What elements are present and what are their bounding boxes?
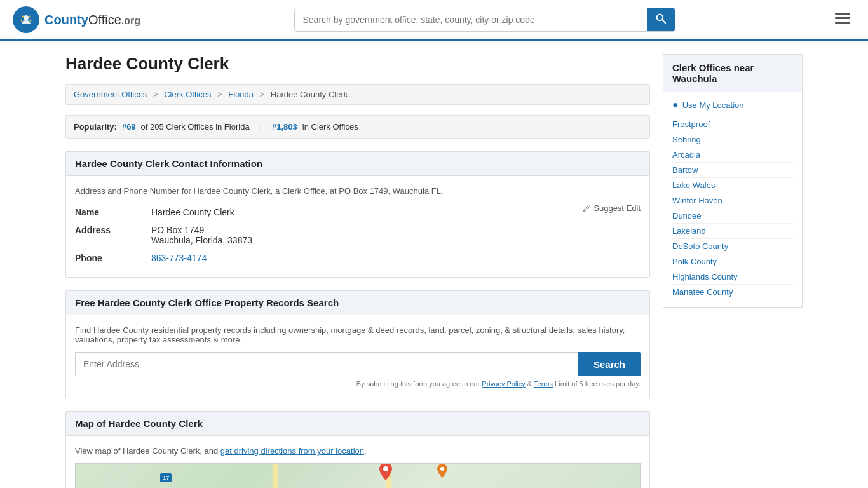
contact-section: Hardee County Clerk Contact Information … bbox=[65, 151, 650, 278]
directions-link[interactable]: get driving directions from your locatio… bbox=[220, 446, 364, 456]
contact-section-body: Address and Phone Number for Hardee Coun… bbox=[66, 176, 649, 277]
breadcrumb-sep-3: > bbox=[260, 90, 265, 99]
page-title: Hardee County Clerk bbox=[65, 54, 650, 74]
sidebar-link-polk-county[interactable]: Polk County bbox=[672, 254, 793, 269]
breadcrumb: Government Offices > Clerk Offices > Flo… bbox=[65, 84, 650, 105]
address-label: Address bbox=[75, 225, 151, 235]
form-disclaimer: By submitting this form you agree to our… bbox=[75, 380, 641, 388]
name-label: Name bbox=[75, 207, 151, 217]
sidebar-link-dundee[interactable]: Dundee bbox=[672, 208, 793, 224]
sidebar-link-sebring[interactable]: Sebring bbox=[672, 132, 793, 147]
privacy-policy-link[interactable]: Privacy Policy bbox=[482, 380, 525, 388]
address-row: Address PO Box 1749 Wauchula, Florida, 3… bbox=[75, 221, 641, 249]
sidebar-content: ● Use My Location Frostproof Sebring Arc… bbox=[663, 92, 803, 308]
breadcrumb-link-gov[interactable]: Government Offices bbox=[74, 90, 147, 99]
sidebar-link-bartow[interactable]: Bartow bbox=[672, 163, 793, 178]
contact-info-table: Name Hardee County Clerk Address PO Box … bbox=[75, 203, 641, 267]
logo-text: CountyOffice.org bbox=[44, 13, 140, 27]
map-description: View map of Hardee County Clerk, and get… bbox=[75, 446, 641, 456]
property-search-button[interactable]: Search bbox=[578, 352, 641, 376]
breadcrumb-sep-1: > bbox=[153, 90, 158, 99]
map-road-vertical bbox=[273, 464, 278, 488]
suggest-edit-link[interactable]: Suggest Edit bbox=[582, 203, 641, 213]
terms-link[interactable]: Terms bbox=[534, 380, 553, 388]
logo: CountyOffice.org bbox=[13, 6, 140, 33]
sidebar-link-winter-haven[interactable]: Winter Haven bbox=[672, 193, 793, 208]
logo-icon bbox=[13, 6, 39, 33]
svg-point-12 bbox=[383, 466, 388, 471]
global-search-bar[interactable] bbox=[294, 8, 675, 32]
phone-label: Phone bbox=[75, 253, 151, 263]
sidebar-link-desoto-county[interactable]: DeSoto County bbox=[672, 239, 793, 254]
svg-point-13 bbox=[440, 466, 444, 470]
property-description: Find Hardee County residential property … bbox=[75, 325, 641, 344]
content-area: Hardee County Clerk Government Offices >… bbox=[65, 54, 650, 488]
svg-line-7 bbox=[663, 20, 666, 23]
sidebar-link-highlands-county[interactable]: Highlands County bbox=[672, 269, 793, 285]
main-container: Hardee County Clerk Government Offices >… bbox=[53, 41, 815, 488]
svg-point-4 bbox=[21, 20, 23, 22]
sidebar-link-manatee-county[interactable]: Manatee County bbox=[672, 285, 793, 299]
property-section: Free Hardee County Clerk Office Property… bbox=[65, 290, 650, 398]
map-section-body: View map of Hardee County Clerk, and get… bbox=[66, 436, 649, 488]
breadcrumb-sep-2: > bbox=[217, 90, 222, 99]
breadcrumb-link-clerk[interactable]: Clerk Offices bbox=[164, 90, 211, 99]
map-inner: 17 Hardee County Clerk of Court View lar… bbox=[76, 464, 640, 488]
svg-point-3 bbox=[29, 16, 31, 18]
map-pin bbox=[379, 463, 392, 482]
search-input[interactable] bbox=[295, 10, 647, 30]
use-my-location-button[interactable]: ● Use My Location bbox=[672, 99, 793, 111]
popularity-bar: Popularity: #69 of 205 Clerk Offices in … bbox=[65, 115, 650, 139]
search-button[interactable] bbox=[647, 8, 675, 31]
svg-point-5 bbox=[30, 20, 32, 22]
breadcrumb-link-florida[interactable]: Florida bbox=[228, 90, 254, 99]
svg-line-11 bbox=[588, 206, 589, 207]
map-section: Map of Hardee County Clerk View map of H… bbox=[65, 411, 650, 488]
svg-rect-10 bbox=[835, 22, 850, 24]
property-search-form: Search bbox=[75, 352, 641, 376]
map-placeholder: 17 Hardee County Clerk of Court View lar… bbox=[75, 463, 641, 488]
address-input[interactable] bbox=[75, 352, 578, 376]
popularity-national-label: in Clerk Offices bbox=[302, 122, 358, 132]
popularity-label: Popularity: bbox=[74, 122, 117, 132]
site-header: CountyOffice.org bbox=[0, 0, 868, 41]
popularity-rank-local[interactable]: #69 bbox=[122, 122, 136, 132]
property-section-body: Find Hardee County residential property … bbox=[66, 315, 649, 398]
svg-point-2 bbox=[22, 16, 24, 18]
sidebar-link-frostproof[interactable]: Frostproof bbox=[672, 117, 793, 132]
phone-value: 863-773-4174 bbox=[151, 253, 207, 263]
phone-row: Phone 863-773-4174 bbox=[75, 249, 641, 267]
sidebar-link-lake-wales[interactable]: Lake Wales bbox=[672, 178, 793, 193]
location-icon: ● bbox=[672, 99, 679, 111]
name-value: Hardee County Clerk bbox=[151, 207, 234, 217]
name-row: Name Hardee County Clerk bbox=[75, 203, 582, 221]
svg-rect-9 bbox=[835, 17, 850, 19]
contact-section-header: Hardee County Clerk Contact Information bbox=[66, 152, 649, 176]
map-shield: 17 bbox=[160, 473, 172, 482]
sidebar-link-lakeland[interactable]: Lakeland bbox=[672, 224, 793, 239]
popularity-total-local: of 205 Clerk Offices in Florida bbox=[141, 122, 250, 132]
map-pin-2 bbox=[437, 464, 447, 480]
popularity-rank-national[interactable]: #1,803 bbox=[272, 122, 297, 132]
map-section-header: Map of Hardee County Clerk bbox=[66, 412, 649, 436]
svg-rect-8 bbox=[835, 13, 850, 15]
sidebar: Clerk Offices near Wauchula ● Use My Loc… bbox=[663, 54, 803, 488]
popularity-sep: | bbox=[260, 122, 262, 132]
breadcrumb-current: Hardee County Clerk bbox=[271, 90, 348, 99]
address-line2: Wauchula, Florida, 33873 bbox=[151, 235, 252, 245]
address-line1: PO Box 1749 bbox=[151, 225, 252, 235]
property-section-header: Free Hardee County Clerk Office Property… bbox=[66, 291, 649, 315]
hamburger-menu-icon[interactable] bbox=[830, 9, 855, 30]
contact-description: Address and Phone Number for Hardee Coun… bbox=[75, 186, 641, 196]
address-value: PO Box 1749 Wauchula, Florida, 33873 bbox=[151, 225, 252, 245]
phone-link[interactable]: 863-773-4174 bbox=[151, 253, 207, 263]
svg-point-1 bbox=[24, 15, 29, 20]
sidebar-header: Clerk Offices near Wauchula bbox=[663, 54, 803, 92]
sidebar-link-arcadia[interactable]: Arcadia bbox=[672, 147, 793, 163]
